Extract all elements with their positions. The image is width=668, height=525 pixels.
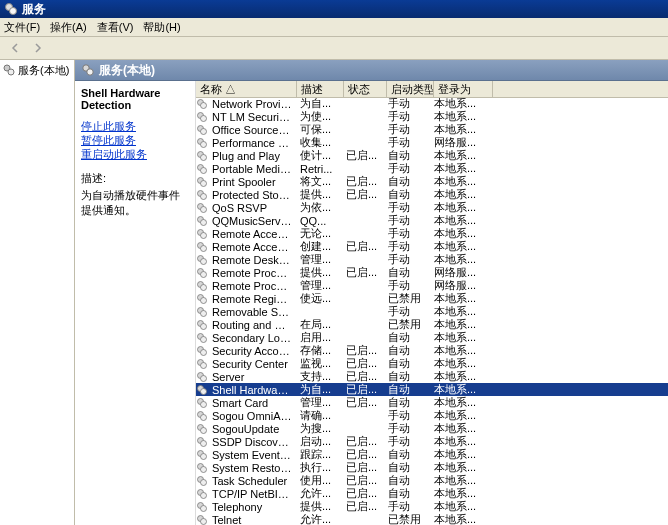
service-list: 名称 △ 描述 状态 启动类型 登录为 IMAPI CD-Burnin...用 … [196, 81, 668, 525]
gear-icon [196, 475, 208, 487]
cell-name: Portable Media ... [208, 163, 296, 175]
cell-name: Security Accoun... [208, 345, 296, 357]
gear-icon [196, 189, 208, 201]
svg-point-75 [201, 310, 207, 316]
service-row[interactable]: Telnet允许...已禁用本地系... [196, 513, 668, 525]
menu-action[interactable]: 操作(A) [50, 20, 87, 35]
gear-icon [196, 254, 208, 266]
svg-point-51 [201, 154, 207, 160]
tree-node-services-local[interactable]: 服务(本地) [2, 62, 72, 78]
col-desc[interactable]: 描述 [297, 81, 344, 97]
gear-icon [196, 462, 208, 474]
svg-point-89 [201, 401, 207, 407]
cell-name: QQMusicService [208, 215, 296, 227]
gear-icon [196, 280, 208, 292]
svg-point-77 [201, 323, 207, 329]
content-title: 服务(本地) [99, 62, 155, 79]
description-label: 描述: [81, 171, 189, 186]
gear-icon [196, 111, 208, 123]
cell-name: Remote Procedu... [208, 267, 296, 279]
gear-icon [196, 371, 208, 383]
menu-help[interactable]: 帮助(H) [143, 20, 180, 35]
app-icon [4, 2, 18, 16]
cell-desc: QQ... [296, 215, 342, 227]
cell-name: Office Source E... [208, 124, 296, 136]
svg-point-85 [201, 375, 207, 381]
service-rows[interactable]: IMAPI CD-Burnin...用 I...手动本地系...Internet… [196, 98, 668, 525]
gear-icon [196, 514, 208, 526]
gear-icon [196, 163, 208, 175]
window-titlebar: 服务 [0, 0, 668, 18]
gear-icon [196, 423, 208, 435]
cell-name: SSDP Discovery ... [208, 436, 296, 448]
cell-status: 已启... [342, 239, 384, 254]
action-restart-link[interactable]: 重启动此服务 [81, 147, 189, 161]
cell-status: 已启... [342, 395, 384, 410]
svg-point-63 [201, 232, 207, 238]
cell-name: Removable Stor... [208, 306, 296, 318]
svg-point-3 [8, 69, 14, 75]
gear-icon [196, 267, 208, 279]
col-name[interactable]: 名称 △ [196, 81, 297, 97]
cell-desc: 为依... [296, 200, 342, 215]
cell-name: Telnet [208, 514, 296, 526]
svg-point-99 [201, 466, 207, 472]
col-status[interactable]: 状态 [344, 81, 387, 97]
cell-name: System Restore ... [208, 462, 296, 474]
svg-point-101 [201, 479, 207, 485]
gear-icon [196, 436, 208, 448]
menu-view[interactable]: 查看(V) [97, 20, 134, 35]
svg-point-93 [201, 427, 207, 433]
svg-point-47 [201, 128, 207, 134]
svg-point-97 [201, 453, 207, 459]
cell-name: SogouUpdate [208, 423, 296, 435]
cell-name: Protected Storage [208, 189, 296, 201]
gear-icon [196, 397, 208, 409]
action-stop-link[interactable]: 停止此服务 [81, 119, 189, 133]
cell-name: Plug and Play [208, 150, 296, 162]
gear-icon [196, 306, 208, 318]
svg-point-53 [201, 167, 207, 173]
nav-tree[interactable]: 服务(本地) [0, 60, 75, 525]
action-pause-link[interactable]: 暂停此服务 [81, 133, 189, 147]
gear-icon [196, 98, 208, 110]
window-title: 服务 [22, 1, 46, 18]
col-logon[interactable]: 登录为 [434, 81, 493, 97]
gear-icon [196, 241, 208, 253]
gear-icon [196, 293, 208, 305]
svg-point-81 [201, 349, 207, 355]
svg-point-87 [201, 388, 207, 394]
gear-icon [196, 501, 208, 513]
cell-name: Server [208, 371, 296, 383]
gear-icon [196, 488, 208, 500]
cell-name: Secondary Logon [208, 332, 296, 344]
svg-point-91 [201, 414, 207, 420]
cell-status: 已启... [342, 499, 384, 514]
menu-bar: 文件(F) 操作(A) 查看(V) 帮助(H) [0, 18, 668, 37]
svg-point-49 [201, 141, 207, 147]
menu-file[interactable]: 文件(F) [4, 20, 40, 35]
svg-point-73 [201, 297, 207, 303]
cell-name: Remote Access ... [208, 241, 296, 253]
svg-point-55 [201, 180, 207, 186]
back-button[interactable] [6, 39, 26, 57]
detail-pane: Shell Hardware Detection 停止此服务 暂停此服务 重启动… [75, 81, 196, 525]
col-start[interactable]: 启动类型 [387, 81, 434, 97]
gear-icon [196, 358, 208, 370]
svg-point-71 [201, 284, 207, 290]
svg-point-45 [201, 115, 207, 121]
svg-point-69 [201, 271, 207, 277]
svg-point-95 [201, 440, 207, 446]
gear-icon [196, 384, 208, 396]
svg-point-83 [201, 362, 207, 368]
cell-name: Shell Hardware ... [208, 384, 296, 396]
gear-icon [196, 345, 208, 357]
cell-name: Smart Card [208, 397, 296, 409]
forward-button[interactable] [28, 39, 48, 57]
cell-name: Network Provisi... [208, 98, 296, 110]
cell-desc: 使计... [296, 148, 342, 163]
svg-point-67 [201, 258, 207, 264]
gear-icon [196, 137, 208, 149]
svg-point-5 [87, 69, 93, 75]
cell-name: Remote Procedu... [208, 280, 296, 292]
